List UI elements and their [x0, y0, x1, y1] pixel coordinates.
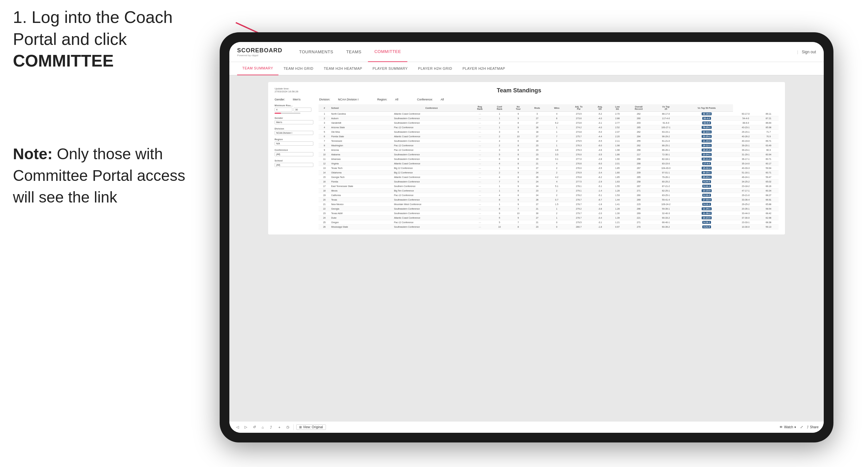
table-cell: Big 12 Conference	[393, 166, 470, 170]
table-cell: 273.5	[566, 112, 591, 116]
table-cell: 266	[626, 207, 652, 211]
min-rounds-slider[interactable]	[275, 113, 301, 114]
table-row: 15Georgia TechAtlantic Coast Conference—…	[318, 175, 778, 180]
sign-out-link[interactable]: Sign out	[802, 50, 816, 54]
table-cell: 29-25-2	[733, 202, 758, 207]
toolbar-clock-icon[interactable]: ◷	[285, 424, 291, 430]
toolbar-expand-icon[interactable]: ⤢	[799, 424, 804, 430]
table-cell: Pac-12 Conference	[393, 193, 470, 198]
table-cell: 104-43-3	[652, 166, 680, 170]
table-cell: -5.1	[591, 184, 609, 189]
table-row: 22GeorgiaSoutheastern Conference—8721127…	[318, 207, 778, 211]
table-cell: 7	[547, 134, 567, 139]
col-vs-top25: Vs Top25	[652, 104, 680, 112]
view-original-button[interactable]: ⊞ View: Original	[296, 424, 326, 430]
nav-tournaments[interactable]: TOURNAMENTS	[293, 42, 340, 62]
toolbar-refresh-icon[interactable]: ↺	[251, 424, 257, 430]
table-cell: —	[470, 121, 490, 125]
table-cell: 0.7	[547, 198, 567, 202]
col-conf-rank: ConfRank	[490, 104, 509, 112]
toolbar-share-icon[interactable]: ⤴	[268, 424, 274, 430]
table-cell: 278.7	[566, 216, 591, 220]
table-cell: —	[470, 170, 490, 175]
table-row: 6Florida StateAtlantic Coast Conference—…	[318, 134, 778, 139]
table-row: 10AlabamaSoutheastern Conference—58233.5…	[318, 152, 778, 157]
table-cell: 36-17-1	[733, 157, 758, 161]
table-cell: 279.1	[566, 189, 591, 193]
table-cell: Pac-12 Conference	[393, 144, 470, 148]
toolbar-forward-icon[interactable]: ▷	[243, 424, 249, 430]
table-cell: 8	[509, 152, 527, 157]
table-header-row: # School Conference RegRank ConfRank NoT…	[318, 104, 778, 112]
table-cell: Southeastern Conference	[393, 121, 470, 125]
table-cell: —	[470, 144, 490, 148]
table-cell: -0.4	[591, 216, 609, 220]
table-cell: 17-9-0	[680, 161, 733, 166]
table-cell: Georgia	[330, 207, 393, 211]
logo-subtext: Powered by clippd	[237, 54, 282, 57]
table-cell: 27	[527, 166, 547, 170]
table-cell: 1.28	[609, 189, 626, 193]
table-cell: 33-25-2	[680, 134, 733, 139]
table-cell: 268	[626, 148, 652, 152]
table-cell: 1.90	[609, 157, 626, 161]
school-filter-select[interactable]: (All)	[275, 163, 313, 167]
sub-nav-team-summary[interactable]: TEAM SUMMARY	[237, 62, 278, 75]
watch-button[interactable]: 👁 Watch ▾	[779, 425, 796, 429]
table-cell: 38-6-0	[733, 121, 758, 125]
sub-nav-player-h2h-heatmap[interactable]: PLAYER H2H HEATMAP	[458, 62, 510, 75]
sub-nav-player-summary[interactable]: PLAYER SUMMARY	[367, 62, 413, 75]
sub-nav-team-h2h-heatmap[interactable]: TEAM H2H HEATMAP	[318, 62, 367, 75]
table-cell: 1.53	[609, 193, 626, 198]
nav-teams[interactable]: TEAMS	[340, 42, 368, 62]
table-cell: 9	[509, 184, 527, 189]
sub-nav-player-h2h-grid[interactable]: PLAYER H2H GRID	[413, 62, 458, 75]
min-rounds-min[interactable]: 4	[275, 107, 292, 112]
toolbar-back-icon[interactable]: ◁	[235, 424, 240, 430]
toolbar-add-tab-icon[interactable]: +	[277, 424, 282, 430]
min-rounds-max[interactable]: 30	[293, 107, 311, 112]
table-cell: —	[470, 166, 490, 170]
table-cell: 109-24-2	[652, 202, 680, 207]
table-cell: 2.11	[609, 139, 626, 144]
table-cell: -5.1	[591, 193, 609, 198]
min-rounds-inputs: 4 30	[275, 107, 313, 112]
table-cell: 60.71	[758, 170, 778, 175]
panel-header: Update time: 27/03/2024 16:56:26 Team St…	[275, 87, 778, 94]
table-cell: -2.9	[591, 180, 609, 184]
sub-nav-team-h2h-grid[interactable]: TEAM H2H GRID	[278, 62, 319, 75]
table-cell: 13-15-0	[680, 189, 733, 193]
table-cell: 5	[490, 216, 509, 220]
region-filter-select[interactable]: N/A	[275, 142, 313, 146]
table-cell: Pac-12 Conference	[393, 125, 470, 130]
table-row: 19CaliforniaPac-12 Conference—48242278.2…	[318, 193, 778, 198]
table-cell: Southeastern Conference	[393, 157, 470, 161]
conference-filter-select[interactable]: (All)	[275, 152, 313, 156]
table-cell: 1.98	[609, 144, 626, 148]
table-cell: 11	[318, 157, 330, 161]
table-cell: 1	[490, 112, 509, 116]
share-button[interactable]: ⤴ Share	[807, 425, 818, 429]
table-cell: 25	[318, 220, 330, 225]
table-cell: 87-21-2	[652, 184, 680, 189]
table-cell: 40-33-3	[733, 166, 758, 170]
standings-panel: Update time: 27/03/2024 16:56:26 Team St…	[268, 82, 785, 235]
table-cell: 86.64	[758, 121, 778, 125]
table-cell: 276.9	[566, 170, 591, 175]
table-cell: Southeastern Conference	[393, 225, 470, 229]
table-cell: 8	[509, 189, 527, 193]
table-cell: 18	[527, 139, 547, 144]
table-cell: 9-24-0	[680, 180, 733, 184]
nav-committee[interactable]: COMMITTEE	[368, 42, 408, 62]
step-number: 1. Log into the Coach Portal and click	[13, 8, 173, 49]
table-cell: 8	[490, 207, 509, 211]
table-cell: Southeastern Conference	[393, 207, 470, 211]
gender-filter-select[interactable]: Men's	[275, 120, 313, 124]
table-cell: 1	[547, 144, 567, 148]
toolbar-home-icon[interactable]: ⌂	[260, 424, 266, 430]
sign-out-area: | Sign out	[797, 50, 816, 54]
table-cell: 72-30-1	[652, 152, 680, 157]
division-filter-select[interactable]: NCAA Division I	[275, 131, 313, 135]
table-cell: 4	[490, 139, 509, 144]
table-cell: 59-41-4	[652, 198, 680, 202]
